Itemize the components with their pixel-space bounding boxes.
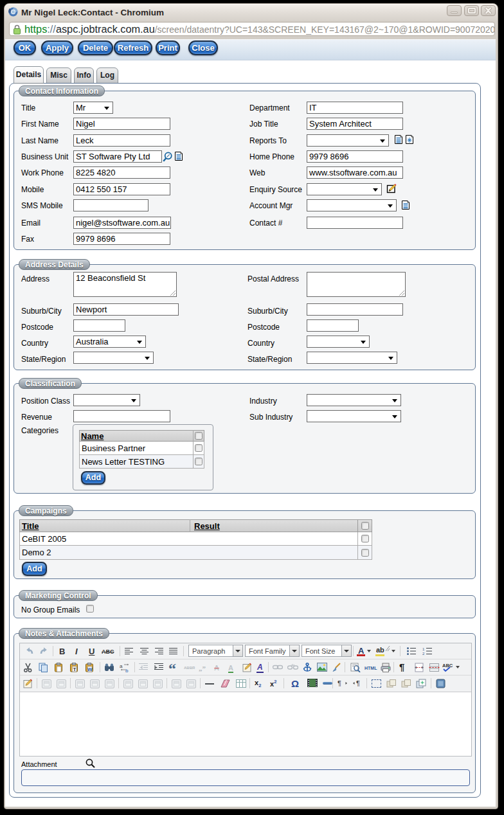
svg-text:T: T xyxy=(73,667,76,672)
svg-text:b: b xyxy=(125,668,129,672)
svg-text:2: 2 xyxy=(422,652,425,655)
svg-text:¶: ¶ xyxy=(338,679,341,687)
svg-text:1: 1 xyxy=(422,647,425,651)
svg-text:W: W xyxy=(87,667,93,672)
svg-text:ABC: ABC xyxy=(442,663,453,668)
svg-text:¶: ¶ xyxy=(356,679,360,687)
svg-text:a: a xyxy=(120,663,123,669)
